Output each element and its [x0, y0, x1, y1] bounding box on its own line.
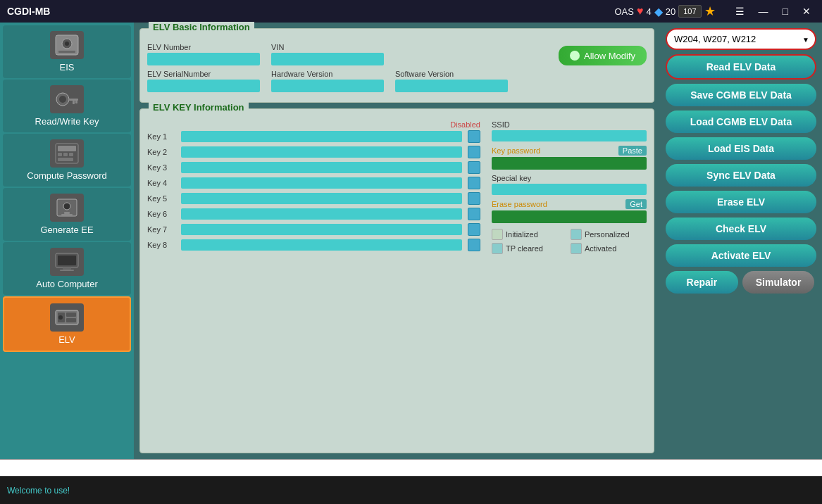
- window-controls: ☰ — □ ✕: [731, 4, 815, 18]
- elv-basic-info-title: ELV Basic Information: [149, 22, 254, 32]
- svg-rect-3: [58, 51, 75, 53]
- software-version-input[interactable]: [395, 80, 508, 92]
- title-bar-right: OAS ♥ 4 ◆ 20 107 ★ ☰ — □ ✕: [615, 4, 816, 19]
- personalized-label: Personalized: [585, 230, 630, 239]
- read-write-key-icon: [50, 85, 84, 113]
- key-row-2: Key 2: [147, 146, 480, 158]
- main-container: EIS Read/Write Key: [0, 23, 822, 459]
- simulator-button[interactable]: Simulator: [742, 271, 815, 294]
- activated-legend: Activated: [571, 243, 647, 254]
- erase-elv-button[interactable]: Erase ELV: [666, 191, 816, 213]
- read-elv-button[interactable]: Read ELV Data: [666, 54, 816, 80]
- hardware-version-input[interactable]: [271, 80, 384, 92]
- svg-rect-22: [60, 270, 74, 271]
- get-button[interactable]: Get: [625, 199, 647, 209]
- oas-label: OAS: [615, 6, 634, 17]
- key-2-label: Key 2: [147, 148, 175, 156]
- key-row-6: Key 6: [147, 208, 480, 220]
- basic-info-row1: ELV Number VIN Allow Modify: [147, 43, 647, 65]
- save-cgmb-elv-button[interactable]: Save CGMB ELV Data: [666, 84, 816, 106]
- progress-bar-container: [0, 459, 822, 476]
- sidebar-item-eis[interactable]: EIS: [3, 25, 131, 78]
- vehicle-select-wrapper: W204, W207, W212 W220, W215 W211, W219 W…: [666, 28, 816, 50]
- key-3-checkbox[interactable]: [468, 161, 480, 174]
- activate-elv-button[interactable]: Activate ELV: [666, 244, 816, 267]
- key-row-3: Key 3: [147, 161, 480, 174]
- sidebar-item-compute-password[interactable]: Compute Password: [3, 134, 131, 187]
- elv-basic-info-panel: ELV Basic Information ELV Number VIN All…: [139, 28, 654, 103]
- special-key-input[interactable]: [492, 184, 647, 195]
- svg-rect-11: [58, 153, 62, 156]
- key-4-label: Key 4: [147, 179, 175, 187]
- vehicle-select[interactable]: W204, W207, W212 W220, W215 W211, W219 W…: [666, 28, 816, 50]
- key-6-input[interactable]: [181, 208, 462, 220]
- software-version-group: Software Version: [395, 70, 508, 92]
- vin-input[interactable]: [271, 53, 384, 65]
- erase-password-input[interactable]: [492, 210, 647, 223]
- sync-elv-button[interactable]: Sync ELV Data: [666, 164, 816, 187]
- menu-icon[interactable]: ☰: [731, 4, 749, 18]
- key-2-checkbox[interactable]: [468, 146, 480, 158]
- svg-point-5: [59, 96, 66, 103]
- key-4-checkbox[interactable]: [468, 177, 480, 189]
- svg-rect-26: [66, 318, 76, 322]
- svg-rect-13: [69, 153, 73, 156]
- key-table: Disabled Key 1 Key 2 Key 3: [147, 120, 480, 254]
- key-8-checkbox[interactable]: [468, 239, 480, 251]
- load-cgmb-elv-button[interactable]: Load CGMB ELV Data: [666, 111, 816, 133]
- paste-button[interactable]: Paste: [618, 146, 647, 156]
- ssid-panel: SSID Key password Paste Special key Eras…: [492, 120, 647, 254]
- sidebar-item-read-write-key[interactable]: Read/Write Key: [3, 80, 131, 132]
- close-button[interactable]: ✕: [798, 4, 815, 18]
- ssid-input[interactable]: [492, 130, 647, 141]
- key-2-input[interactable]: [181, 146, 462, 158]
- svg-rect-17: [64, 212, 70, 214]
- key-password-input[interactable]: [492, 157, 647, 170]
- heart-count: 4: [646, 6, 651, 17]
- erase-password-row: Erase password Get: [492, 199, 647, 209]
- oas-badge: OAS ♥ 4 ◆ 20 107 ★: [615, 4, 716, 19]
- initialized-legend: Initialized: [492, 229, 568, 240]
- elv-serial-number-group: ELV SerialNumber: [147, 70, 260, 92]
- load-eis-button[interactable]: Load EIS Data: [666, 137, 816, 160]
- sidebar-label-auto-computer: Auto Computer: [36, 279, 97, 289]
- key-7-checkbox[interactable]: [468, 223, 480, 236]
- key-5-input[interactable]: [181, 193, 462, 204]
- sidebar-item-generate-ee[interactable]: Generate EE: [3, 188, 131, 241]
- tp-cleared-legend: TP cleared: [492, 243, 568, 254]
- svg-rect-10: [58, 146, 76, 151]
- ssid-label: SSID: [492, 120, 647, 129]
- key-row-1: Key 1: [147, 130, 480, 143]
- allow-modify-container: Allow Modify: [559, 46, 647, 65]
- key-7-input[interactable]: [181, 224, 462, 235]
- key-8-input[interactable]: [181, 239, 462, 251]
- allow-modify-button[interactable]: Allow Modify: [559, 46, 647, 65]
- elv-icon: [50, 303, 84, 332]
- sidebar: EIS Read/Write Key: [0, 23, 134, 459]
- key-3-input[interactable]: [181, 162, 462, 173]
- key-1-input[interactable]: [181, 131, 462, 142]
- key-5-checkbox[interactable]: [468, 192, 480, 205]
- software-version-label: Software Version: [395, 70, 508, 78]
- elv-serial-input[interactable]: [147, 80, 260, 92]
- tp-cleared-label: TP cleared: [506, 244, 543, 253]
- heart-icon: ♥: [637, 5, 644, 18]
- repair-button[interactable]: Repair: [666, 271, 738, 294]
- hardware-version-group: Hardware Version: [271, 70, 384, 92]
- content-area: ELV Basic Information ELV Number VIN All…: [134, 23, 660, 459]
- key-1-checkbox[interactable]: [468, 130, 480, 143]
- key-5-label: Key 5: [147, 194, 175, 203]
- svg-point-27: [58, 315, 63, 320]
- key-4-input[interactable]: [181, 177, 462, 189]
- sidebar-item-elv[interactable]: ELV: [3, 296, 131, 352]
- toggle-dot: [570, 51, 580, 61]
- minimize-button[interactable]: —: [754, 4, 773, 18]
- maximize-button[interactable]: □: [778, 4, 792, 18]
- key-3-label: Key 3: [147, 163, 175, 172]
- svg-point-16: [63, 203, 70, 210]
- sidebar-item-auto-computer[interactable]: Auto Computer: [3, 242, 131, 295]
- key-6-checkbox[interactable]: [468, 208, 480, 220]
- elv-number-input[interactable]: [147, 53, 260, 65]
- check-elv-button[interactable]: Check ELV: [666, 218, 816, 240]
- key-row-4: Key 4: [147, 177, 480, 189]
